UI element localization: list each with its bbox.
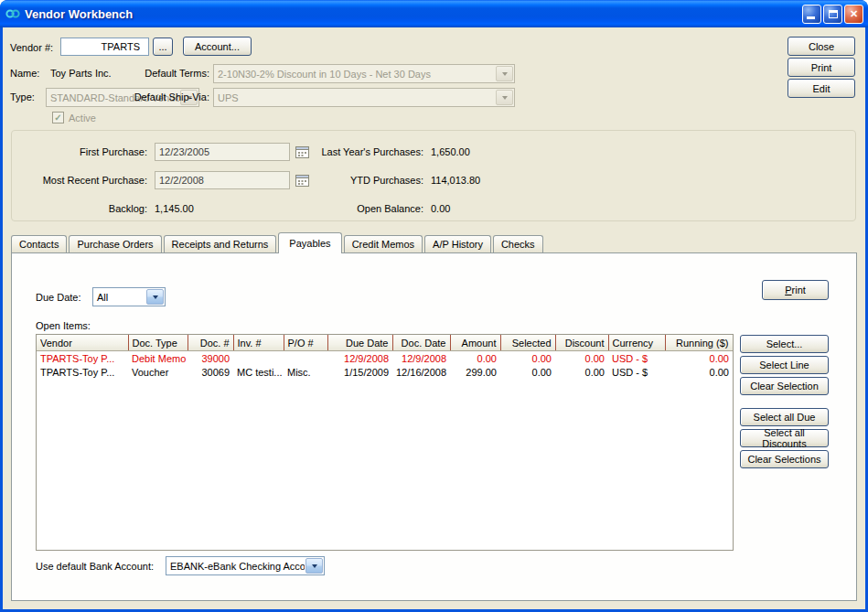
print-button[interactable]: Print xyxy=(788,58,855,77)
first-purchase-label: First Purchase: xyxy=(17,146,147,157)
cell-doc-type: Voucher xyxy=(128,365,188,379)
bank-account-value: EBANK-eBank Checking Account xyxy=(166,557,305,574)
select-all-discounts-button[interactable]: Select all Discounts xyxy=(740,429,829,447)
column-header-selected[interactable]: Selected xyxy=(500,335,555,351)
cell-currency: USD - $ xyxy=(608,351,665,366)
due-date-value: All xyxy=(93,288,145,306)
tab-credit-memos[interactable]: Credit Memos xyxy=(344,235,423,252)
tab-payables[interactable]: Payables xyxy=(278,232,341,253)
cell-due-date: 12/9/2008 xyxy=(327,351,392,366)
tab-bar: Contacts Purchase Orders Receipts and Re… xyxy=(11,231,545,252)
default-terms-select: 2-10N30-2% Discount in 10 Days - Net 30 … xyxy=(213,64,515,83)
close-window-button[interactable]: ✕ xyxy=(844,5,863,24)
name-label: Name: xyxy=(10,68,39,79)
purchase-summary-group: First Purchase: Last Year's Purchases: 1… xyxy=(11,130,856,221)
vendor-number-label: Vendor #: xyxy=(10,42,53,53)
maximize-icon xyxy=(829,10,838,18)
tab-checks[interactable]: Checks xyxy=(493,235,543,252)
open-items-label: Open Items: xyxy=(36,320,91,331)
column-header-running[interactable]: Running ($) xyxy=(665,335,733,351)
backlog-label: Backlog: xyxy=(17,203,147,214)
tab-ap-history[interactable]: A/P History xyxy=(424,235,491,252)
cell-amount: 299.00 xyxy=(450,365,500,379)
column-header-amount[interactable]: Amount xyxy=(450,335,500,351)
open-balance-value: 0.00 xyxy=(431,203,450,214)
minimize-icon xyxy=(807,16,815,19)
cell-discount: 0.00 xyxy=(555,365,608,379)
print-payables-button[interactable]: Print xyxy=(762,280,829,300)
tab-receipts-and-returns[interactable]: Receipts and Returns xyxy=(164,235,277,252)
cell-selected: 0.00 xyxy=(500,365,555,379)
app-icon xyxy=(5,6,20,21)
clear-selection-button[interactable]: Clear Selection xyxy=(740,377,829,395)
account-button[interactable]: Account... xyxy=(183,37,252,56)
vendor-number-input[interactable] xyxy=(60,38,149,56)
cell-vendor: TPARTS-Toy P... xyxy=(37,351,128,366)
due-date-select[interactable]: All xyxy=(92,287,166,306)
cell-inv-number xyxy=(233,351,284,366)
minimize-button[interactable] xyxy=(802,5,821,24)
bank-account-label: Use default Bank Account: xyxy=(36,561,154,572)
table-row[interactable]: TPARTS-Toy P... Debit Memo 39000 12/9/20… xyxy=(37,351,733,366)
column-header-inv-number[interactable]: Inv. # xyxy=(233,335,284,351)
payables-panel: Due Date: All Print Open Items: xyxy=(11,252,857,601)
ship-via-value: UPS xyxy=(214,89,495,106)
cell-inv-number: MC testi... xyxy=(233,365,284,379)
cell-discount: 0.00 xyxy=(555,351,608,366)
ship-via-label: Default Ship-Via: xyxy=(102,91,209,102)
select-all-due-button[interactable]: Select all Due xyxy=(740,408,829,426)
chevron-down-icon xyxy=(496,66,513,81)
cell-po-number: Misc. xyxy=(284,365,327,379)
column-header-discount[interactable]: Discount xyxy=(555,335,608,351)
window-title: Vendor Workbench xyxy=(25,7,798,21)
bank-account-select[interactable]: EBANK-eBank Checking Account xyxy=(166,556,325,575)
table-header-row: Vendor Doc. Type Doc. # Inv. # P/O # Due… xyxy=(37,335,733,351)
cell-doc-type: Debit Memo xyxy=(128,351,188,366)
active-checkbox: ✓ xyxy=(52,112,64,123)
column-header-doc-number[interactable]: Doc. # xyxy=(188,335,233,351)
cell-doc-number: 30069 xyxy=(188,365,233,379)
due-date-label: Due Date: xyxy=(36,292,81,303)
clear-selections-button[interactable]: Clear Selections xyxy=(740,450,829,468)
chevron-down-icon xyxy=(146,289,164,305)
column-header-currency[interactable]: Currency xyxy=(608,335,665,351)
last-year-purchases-label: Last Year's Purchases: xyxy=(277,146,423,157)
edit-button[interactable]: Edit xyxy=(788,79,855,98)
chevron-down-icon xyxy=(496,90,513,105)
column-header-vendor[interactable]: Vendor xyxy=(37,335,128,351)
vendor-lookup-button[interactable]: ... xyxy=(153,38,173,56)
default-terms-value: 2-10N30-2% Discount in 10 Days - Net 30 … xyxy=(214,65,495,82)
cell-amount: 0.00 xyxy=(450,351,500,366)
column-header-po-number[interactable]: P/O # xyxy=(284,335,327,351)
tab-contacts[interactable]: Contacts xyxy=(11,235,67,252)
open-balance-label: Open Balance: xyxy=(277,203,423,214)
maximize-button[interactable] xyxy=(823,5,842,24)
table-row[interactable]: TPARTS-Toy P... Voucher 30069 MC testi..… xyxy=(37,365,733,379)
active-label: Active xyxy=(69,113,96,123)
tab-purchase-orders[interactable]: Purchase Orders xyxy=(69,235,161,252)
last-year-purchases-value: 1,650.00 xyxy=(431,146,470,157)
most-recent-purchase-input xyxy=(155,171,290,189)
column-header-due-date[interactable]: Due Date xyxy=(327,335,392,351)
default-terms-label: Default Terms: xyxy=(102,68,209,79)
column-header-doc-type[interactable]: Doc. Type xyxy=(128,335,188,351)
cell-running: 0.00 xyxy=(665,351,733,366)
ytd-purchases-value: 114,013.80 xyxy=(431,175,480,186)
open-items-table: Vendor Doc. Type Doc. # Inv. # P/O # Due… xyxy=(37,335,734,379)
backlog-value: 1,145.00 xyxy=(155,203,194,214)
close-button[interactable]: Close xyxy=(788,37,855,56)
column-header-doc-date[interactable]: Doc. Date xyxy=(392,335,450,351)
cell-due-date: 1/15/2009 xyxy=(327,365,392,379)
cell-vendor: TPARTS-Toy P... xyxy=(37,365,128,379)
most-recent-purchase-label: Most Recent Purchase: xyxy=(17,175,147,186)
select-button[interactable]: Select... xyxy=(740,335,829,353)
titlebar[interactable]: Vendor Workbench ✕ xyxy=(0,0,868,27)
type-label: Type: xyxy=(10,91,35,102)
select-line-button[interactable]: Select Line xyxy=(740,356,829,374)
cell-doc-date: 12/9/2008 xyxy=(392,351,450,366)
cell-po-number xyxy=(284,351,327,366)
cell-selected: 0.00 xyxy=(500,351,555,366)
vendor-workbench-window: Vendor Workbench ✕ Vendor #: ... Account… xyxy=(0,0,868,612)
print-payables-label: Print xyxy=(785,285,806,295)
cell-running: 0.00 xyxy=(665,365,733,379)
